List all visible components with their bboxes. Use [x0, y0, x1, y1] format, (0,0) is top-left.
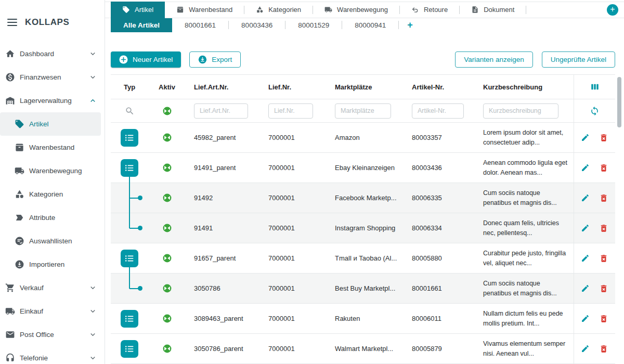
mail-icon	[5, 330, 15, 340]
sidebar-item-artikel[interactable]: Artikel	[0, 112, 101, 136]
table-row[interactable]: 91491_parent7000001Ebay Kleinanzeigen800…	[111, 153, 615, 183]
truck-icon	[324, 6, 332, 14]
sidebar-item-label: Lagerverwaltung	[20, 97, 72, 105]
delete-icon[interactable]	[599, 344, 608, 354]
sidebar-item-verkauf[interactable]: Verkauf	[0, 276, 105, 300]
unverified-articles-button[interactable]: Ungeprüfte Artikel	[542, 51, 615, 68]
tab-dokument[interactable]: Dokument	[460, 2, 526, 18]
aktiv-cell	[148, 183, 186, 213]
delete-icon[interactable]	[599, 254, 608, 263]
filter-marktplaetze-input[interactable]	[335, 103, 391, 119]
truck-icon	[14, 166, 24, 176]
table-row[interactable]: 914927000001Facebook Marketp...80006335C…	[111, 183, 615, 213]
parent-list-icon[interactable]	[121, 129, 138, 147]
refresh-icon[interactable]	[590, 106, 600, 116]
table-row[interactable]: 914917000001Instagram Shopping80006334Do…	[111, 213, 615, 243]
sidebar-item-label: Verkauf	[20, 284, 44, 292]
parent-list-icon[interactable]	[121, 250, 138, 267]
active-status-icon	[162, 133, 172, 142]
lief-nr-cell: 7000001	[260, 183, 327, 213]
checklist-icon	[14, 236, 24, 246]
subtab-80001661[interactable]: 80001661	[172, 18, 228, 32]
sidebar-item-kategorien[interactable]: Kategorien	[0, 183, 105, 206]
table-row[interactable]: 3089463_parent7000001Rakuten80006011Null…	[111, 304, 615, 334]
delete-icon[interactable]	[599, 193, 608, 203]
subtab-80001529[interactable]: 80001529	[285, 18, 342, 32]
search-icon[interactable]	[125, 106, 135, 116]
sidebar-item-post-office[interactable]: Post Office	[0, 323, 105, 346]
sidebar-item-importieren[interactable]: Importieren	[0, 253, 105, 276]
filter-artikel-nr-input[interactable]	[412, 103, 464, 119]
edit-icon[interactable]	[581, 163, 590, 172]
lief-art-nr-cell: 91491_parent	[186, 153, 260, 183]
delete-icon[interactable]	[599, 163, 608, 173]
table-row[interactable]: 30507867000001Best Buy Marketpl...800016…	[111, 274, 615, 304]
delete-icon[interactable]	[599, 133, 608, 142]
column-header-lief-art-nr: Lief.Art.Nr.	[186, 75, 260, 99]
export-button[interactable]: Export	[189, 51, 241, 68]
active-status-icon	[162, 163, 172, 173]
add-article-tab-button[interactable]: +	[399, 18, 421, 32]
active-status-icon	[162, 253, 172, 263]
tab-warenbewegung[interactable]: Warenbewegung	[313, 2, 399, 18]
column-header-marktpl-tze: Marktplätze	[327, 75, 404, 99]
edit-icon[interactable]	[581, 224, 590, 232]
chevron-down-icon	[88, 73, 97, 82]
show-variants-button[interactable]: Varianten anzeigen	[455, 51, 532, 68]
add-tab-button[interactable]: +	[607, 4, 618, 16]
sidebar-item-dashboard[interactable]: Dashboard	[0, 42, 105, 66]
sidebar-item-telefonie[interactable]: Telefonie	[0, 346, 105, 364]
edit-icon[interactable]	[581, 193, 590, 202]
filter-lief-nr-input[interactable]	[268, 103, 313, 119]
tab-warenbestand[interactable]: Warenbestand	[165, 2, 244, 18]
delete-icon[interactable]	[599, 314, 608, 323]
sidebar-item-auswahllisten[interactable]: Auswahllisten	[0, 229, 105, 253]
sidebar-item-label: Attribute	[29, 214, 55, 222]
parent-list-icon[interactable]	[121, 340, 138, 358]
hamburger-menu-icon[interactable]	[7, 19, 17, 26]
tab-kategorien[interactable]: Kategorien	[244, 2, 313, 18]
sidebar-item-label: Einkauf	[20, 307, 43, 315]
edit-icon[interactable]	[581, 254, 590, 263]
edit-icon[interactable]	[581, 133, 590, 142]
sidebar-item-finanzwesen[interactable]: Finanzwesen	[0, 66, 105, 89]
sidebar-item-lagerverwaltung[interactable]: Lagerverwaltung	[0, 89, 105, 112]
edit-icon[interactable]	[581, 314, 590, 323]
sidebar-item-warenbestand[interactable]: Warenbestand	[0, 136, 105, 159]
marktplatz-cell: Facebook Marketp...	[327, 183, 404, 213]
tab-retoure[interactable]: Retoure	[400, 2, 459, 18]
delete-icon[interactable]	[599, 224, 608, 233]
active-filter-icon[interactable]	[162, 106, 172, 116]
tab-separator	[526, 6, 526, 14]
subtab-80003436[interactable]: 80003436	[229, 18, 285, 32]
delete-icon[interactable]	[599, 284, 608, 293]
parent-list-icon[interactable]	[121, 310, 138, 328]
category-icon	[256, 6, 264, 14]
table-row[interactable]: 3050786_parent7000001Walmart Marketpl...…	[111, 334, 615, 364]
sidebar-item-label: Auswahllisten	[29, 237, 72, 245]
subtab-80000941[interactable]: 80000941	[342, 18, 398, 32]
filter-lief-art-nr-input[interactable]	[194, 103, 248, 119]
headset-icon	[5, 353, 15, 363]
parent-list-icon[interactable]	[121, 159, 138, 177]
aktiv-cell	[148, 213, 186, 243]
tab-artikel[interactable]: Artikel	[111, 2, 165, 18]
chevron-down-icon	[88, 49, 97, 58]
document-icon	[471, 6, 479, 14]
sidebar-item-warenbewegung[interactable]: Warenbewegung	[0, 159, 105, 183]
edit-icon[interactable]	[581, 284, 590, 293]
scrollbar-thumb[interactable]	[617, 77, 621, 127]
columns-settings-icon[interactable]	[590, 82, 600, 92]
subtab-alle-artikel[interactable]: Alle Artikel	[111, 18, 172, 32]
edit-icon[interactable]	[581, 344, 590, 353]
column-header-typ: Typ	[111, 75, 148, 99]
lief-nr-cell: 7000001	[260, 123, 327, 152]
sidebar-item-attribute[interactable]: Attribute	[0, 206, 105, 229]
new-article-button[interactable]: Neuer Artikel	[111, 51, 181, 68]
table-header-row: TypAktivLief.Art.Nr.Lief.Nr.MarktplätzeA…	[111, 75, 615, 99]
table-row[interactable]: 45982_parent7000001Amazon80003357Lorem i…	[111, 123, 615, 153]
filter-kurzbeschreibung-input[interactable]	[483, 103, 558, 119]
truck-icon	[5, 306, 15, 317]
table-row[interactable]: 91657_parent7000001Tmall и Taobao (Al...…	[111, 243, 615, 274]
sidebar-item-einkauf[interactable]: Einkauf	[0, 300, 105, 323]
